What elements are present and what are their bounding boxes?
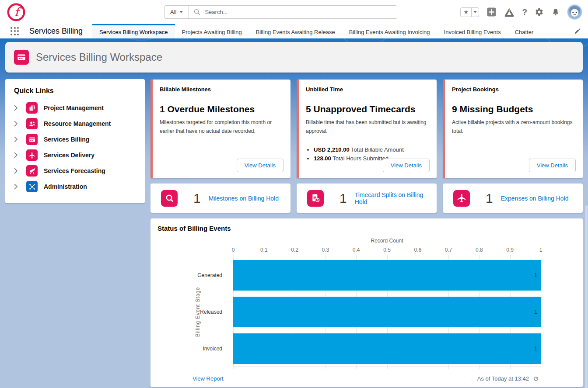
- tab-projects-awaiting-billing[interactable]: Projects Awaiting Billing: [175, 24, 249, 38]
- svg-text:f: f: [14, 5, 22, 19]
- hold-count: 1: [193, 191, 201, 206]
- notifications-bell-icon[interactable]: [551, 8, 560, 17]
- chart-x-ticks: 00.10.20.30.40.50.60.70.80.91: [233, 247, 541, 253]
- card-accent-stripe: [297, 80, 299, 178]
- sidebar-item-administration[interactable]: Administration: [14, 179, 137, 194]
- sidebar-item-services-billing[interactable]: Services Billing: [14, 132, 137, 147]
- x-tick-label: 0.5: [383, 247, 391, 253]
- timecard-splits-hold-card: 1 Timecard Splits on Billing Hold: [297, 184, 437, 213]
- sidebar-item-services-delivery[interactable]: Services Delivery: [14, 147, 137, 163]
- chevron-right-icon[interactable]: [14, 121, 19, 127]
- resource-management-icon: [26, 118, 38, 129]
- edit-navigation-pencil-icon[interactable]: [574, 28, 581, 36]
- financialforce-logo-icon: f: [6, 2, 26, 22]
- services-forecasting-icon: [26, 165, 38, 177]
- card-headline: 5 Unapproved Timecards: [306, 104, 430, 114]
- services-billing-dashboard: f All ★: [0, 0, 588, 388]
- view-details-button[interactable]: View Details: [529, 159, 576, 172]
- quick-link-label: Services Forecasting: [44, 167, 105, 174]
- milestones-hold-link[interactable]: Milestones on Billing Hold: [209, 195, 279, 202]
- tab-billing-events-awaiting-invoicing[interactable]: Billing Events Awaiting Invoicing: [342, 24, 437, 38]
- scrollbar[interactable]: [585, 205, 588, 388]
- card-description: Billable time that has been submitted bu…: [306, 118, 430, 136]
- milestone-hold-icon: [161, 190, 178, 207]
- quick-link-label: Project Management: [44, 104, 104, 111]
- dashboard-content: Services Billing Workspace Quick Links P…: [0, 38, 588, 388]
- global-actions-plus-icon[interactable]: [486, 7, 497, 17]
- card-accent-stripe: [150, 80, 153, 178]
- app-name: Services Billing: [29, 27, 83, 36]
- bar-generated[interactable]: 1: [233, 260, 541, 291]
- view-details-button[interactable]: View Details: [237, 159, 284, 172]
- chevron-right-icon[interactable]: [14, 136, 19, 142]
- search-icon: [194, 9, 200, 15]
- card-accent-stripe: [443, 80, 445, 178]
- chart-as-of: As of Today at 13:42: [477, 375, 539, 382]
- search-field: [189, 6, 397, 18]
- help-icon[interactable]: ?: [522, 7, 527, 17]
- favorites-dropdown-icon[interactable]: [472, 7, 479, 17]
- sidebar-item-services-forecasting[interactable]: Services Forecasting: [14, 163, 137, 179]
- sidebar-item-project-management[interactable]: Project Management: [14, 100, 137, 116]
- bar-invoiced[interactable]: 1: [233, 333, 541, 364]
- unbilled-time-card: Unbilled Time 5 Unapproved Timecards Bil…: [297, 80, 437, 178]
- card-description: Milestones targeted for completion this …: [160, 118, 284, 136]
- chevron-right-icon[interactable]: [14, 184, 19, 190]
- expenses-hold-link[interactable]: Expenses on Billing Hold: [501, 195, 569, 202]
- search-scope-label: All: [170, 9, 176, 15]
- quick-links-panel: Quick Links Project Management: [5, 79, 145, 203]
- card-headline: 9 Missing Budgets: [452, 104, 576, 114]
- timecard-splits-hold-link[interactable]: Timecard Splits on Billing Hold: [355, 191, 437, 205]
- favorites-star-icon[interactable]: ★: [460, 7, 472, 17]
- x-tick-label: 0.3: [322, 247, 329, 253]
- guidance-center-icon[interactable]: [504, 7, 514, 17]
- card-headline: 1 Overdue Milestones: [160, 104, 284, 114]
- x-tick-label: 0.7: [445, 247, 452, 253]
- bar-value-label: 1: [534, 297, 537, 327]
- card-title: Billable Milestones: [160, 86, 284, 93]
- bar-value-label: 1: [534, 260, 537, 291]
- chevron-right-icon[interactable]: [14, 168, 19, 174]
- hold-count: 1: [486, 191, 493, 206]
- chart-category-labels: GeneratedReleasedInvoiced: [150, 257, 228, 367]
- tab-services-billing-workspace[interactable]: Services Billing Workspace: [92, 24, 175, 38]
- as-of-text: As of Today at 13:42: [477, 375, 529, 382]
- app-navigation-bar: Services Billing Services Billing Worksp…: [0, 24, 588, 38]
- refresh-icon[interactable]: [533, 376, 539, 382]
- view-report-link[interactable]: View Report: [192, 375, 224, 382]
- tab-billing-events-awaiting-release[interactable]: Billing Events Awaiting Release: [249, 24, 342, 38]
- chevron-right-icon[interactable]: [14, 152, 19, 158]
- user-avatar[interactable]: [567, 5, 582, 19]
- bar-value-label: 1: [534, 333, 537, 364]
- services-billing-icon: [26, 134, 38, 145]
- x-tick-label: 0.8: [476, 247, 483, 253]
- x-tick-label: 0.1: [260, 247, 268, 253]
- services-delivery-icon: [26, 149, 38, 161]
- header-utility-icons: ★ ?: [460, 0, 582, 24]
- card-title: Unbilled Time: [306, 86, 430, 93]
- search-input[interactable]: [205, 9, 392, 15]
- x-tick-label: 1: [539, 247, 542, 253]
- view-details-button[interactable]: View Details: [383, 159, 430, 172]
- metric-item: USD 2,210.00 Total Billable Amount: [314, 146, 430, 153]
- page-title: Services Billing Workspace: [36, 51, 162, 63]
- setup-gear-icon[interactable]: [535, 7, 544, 17]
- search-scope-selector[interactable]: All: [164, 6, 189, 18]
- chevron-down-icon: [179, 11, 183, 13]
- milestones-hold-card: 1 Milestones on Billing Hold: [150, 184, 290, 213]
- billable-milestones-card: Billable Milestones 1 Overdue Milestones…: [150, 80, 290, 178]
- tab-chatter[interactable]: Chatter: [508, 24, 541, 38]
- chevron-right-icon[interactable]: [14, 105, 19, 111]
- tab-invoiced-billing-events[interactable]: Invoiced Billing Events: [437, 24, 508, 38]
- chart-plot: 111: [233, 257, 541, 367]
- project-bookings-card: Project Bookings 9 Missing Budgets Activ…: [443, 80, 583, 178]
- x-tick-label: 0.2: [291, 247, 298, 253]
- app-launcher-icon[interactable]: [10, 27, 19, 36]
- category-label: Generated: [150, 257, 228, 294]
- sidebar-item-resource-management[interactable]: Resource Management: [14, 116, 137, 132]
- bar-released[interactable]: 1: [233, 297, 541, 327]
- status-of-billing-events-chart: Status of Billing Events Record Count 00…: [150, 218, 583, 387]
- quick-link-label: Services Delivery: [44, 152, 94, 159]
- quick-links-title: Quick Links: [14, 87, 137, 95]
- quick-link-label: Administration: [44, 183, 87, 190]
